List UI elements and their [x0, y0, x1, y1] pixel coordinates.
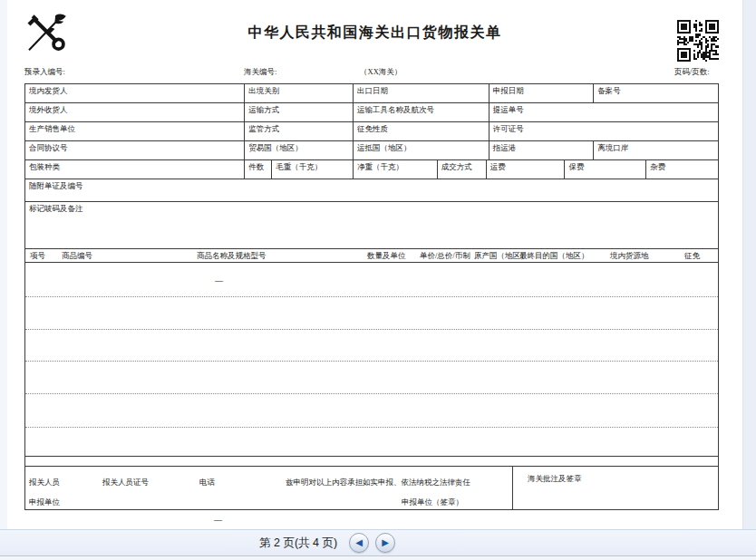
form-row-5: 包装种类 件数 毛重（千克） 净重（千克） 成交方式 运费 保费 杂费 [25, 160, 718, 179]
field-vessel-voyage: 运输工具名称及航次号 [353, 103, 489, 121]
col-levy-exemption: 征免 [684, 251, 700, 262]
field-license-number: 许可证号 [489, 122, 718, 140]
field-marks-remarks: 标记唛码及备注 [25, 202, 718, 248]
viewer-left-margin [0, 0, 7, 529]
form-footer: 报关人员 报关人员证号 电话 兹申明对以上内容承担如实申报、依法纳税之法律责任 … [25, 467, 718, 509]
field-declare-date: 申报日期 [489, 84, 594, 102]
field-exit-port: 离境口岸 [593, 141, 718, 159]
col-price-currency: 单价/总价/币制 [420, 251, 470, 262]
totals-spacer-row [25, 457, 718, 467]
col-commodity-name-spec: 商品名称及规格型号 [197, 251, 267, 262]
form-row-1: 境内发货人 出境关别 出口日期 申报日期 备案号 [25, 84, 718, 103]
field-exit-customs: 出境关别 [244, 84, 353, 102]
field-production-sales-unit: 生产销售单位 [25, 122, 244, 140]
field-domestic-consignor: 境内发货人 [25, 84, 244, 102]
col-commodity-code: 商品编号 [62, 251, 92, 262]
item-row [25, 362, 718, 395]
field-piece-count: 件数 [244, 160, 271, 179]
item-row [25, 394, 718, 428]
qr-code [677, 20, 719, 62]
page-title: 中华人民共和国海关出口货物报关单 [7, 24, 742, 43]
field-misc-fees: 杂费 [645, 160, 718, 179]
viewer-status-bar: 第 2 页(共 4 页) ◀ ▶ [0, 529, 756, 555]
declaring-unit-seal-label: 申报单位（签章） [402, 497, 463, 508]
field-insurance: 保费 [564, 160, 645, 179]
field-levy-exempt-nature: 征免性质 [353, 122, 489, 140]
field-record-number: 备案号 [593, 84, 718, 102]
previous-page-button[interactable]: ◀ [349, 533, 369, 553]
field-net-weight: 净重（千克） [353, 160, 437, 179]
item-rows-area: — [25, 263, 718, 457]
form-row-attached-documents: 随附单证及编号 [25, 179, 718, 202]
declaring-unit-label: 申报单位 [29, 497, 60, 508]
field-contract-number: 合同协议号 [25, 141, 244, 159]
col-final-destination: 最终目的国（地区） [519, 251, 589, 262]
form-row-4: 合同协议号 贸易国（地区） 运抵国（地区） 指运港 离境口岸 [25, 141, 718, 160]
item-row [25, 297, 718, 330]
viewer-bottom-edge [0, 555, 756, 560]
field-transaction-terms: 成交方式 [437, 160, 486, 179]
footer-declarant-cell: 报关人员 报关人员证号 电话 兹申明对以上内容承担如实申报、依法纳税之法律责任 … [25, 467, 512, 509]
declarant-id-label: 报关人员证号 [102, 478, 149, 488]
field-gross-weight: 毛重（千克） [271, 160, 353, 179]
item-table-header: 项号 商品编号 商品名称及规格型号 数量及单位 单价/总价/币制 原产国（地区）… [25, 249, 718, 263]
col-item-number: 项号 [30, 251, 45, 262]
col-domestic-source: 境内货源地 [610, 251, 649, 262]
field-destination-country: 运抵国（地区） [353, 141, 489, 159]
pre-entry-number-label: 预录入编号: [24, 67, 65, 78]
field-overseas-consignee: 境外收货人 [25, 103, 244, 121]
field-freight: 运费 [486, 160, 565, 179]
page-count-label: 页码/页数: [674, 67, 710, 78]
declarant-label: 报关人员 [29, 478, 60, 488]
declaration-statement: 兹申明对以上内容承担如实申报、依法纳税之法律责任 [286, 478, 470, 488]
phone-label: 电话 [199, 478, 215, 488]
arrow-right-icon: ▶ [382, 538, 389, 547]
viewer-window: { "form": { "title": "中华人民共和国海关出口货物报关单",… [0, 0, 756, 560]
pagination-controls: 第 2 页(共 4 页) ◀ ▶ [259, 530, 395, 555]
field-supervision-mode: 监管方式 [244, 122, 353, 140]
item-placeholder-dash: — [215, 275, 223, 285]
arrow-left-icon: ◀ [355, 538, 363, 547]
declaration-form-table: 境内发货人 出境关别 出口日期 申报日期 备案号 境外收货人 运输方式 运输工具… [24, 83, 719, 510]
customs-office-name: （XX海关） [360, 67, 402, 78]
page-indicator: 第 2 页(共 4 页) [259, 536, 337, 551]
page-break-mark: — [214, 515, 222, 524]
field-trading-country: 贸易国（地区） [244, 141, 353, 159]
next-page-button[interactable]: ▶ [375, 533, 395, 553]
document-page: 中华人民共和国海关出口货物报关单 预录入编号: 海关编号: （XX海关） 页码/… [7, 0, 743, 529]
item-row [25, 263, 718, 297]
field-port-of-discharge: 指运港 [489, 141, 594, 159]
form-row-3: 生产销售单位 监管方式 征免性质 许可证号 [25, 122, 718, 141]
field-bill-of-lading: 提运单号 [489, 103, 718, 121]
customs-endorsement-label: 海关批注及签章 [528, 474, 582, 483]
field-export-date: 出口日期 [353, 84, 489, 102]
customs-number-label: 海关编号: [244, 67, 276, 78]
field-transport-mode: 运输方式 [244, 103, 353, 121]
form-row-marks-remarks: 标记唛码及备注 [25, 202, 718, 249]
form-row-2: 境外收货人 运输方式 运输工具名称及航次号 提运单号 [25, 103, 718, 122]
field-package-type: 包装种类 [25, 160, 244, 179]
customs-endorsement-cell: 海关批注及签章 [512, 467, 718, 509]
col-quantity-unit: 数量及单位 [367, 251, 406, 262]
item-row [25, 330, 718, 362]
item-row [25, 428, 718, 456]
field-attached-documents: 随附单证及编号 [25, 179, 718, 201]
